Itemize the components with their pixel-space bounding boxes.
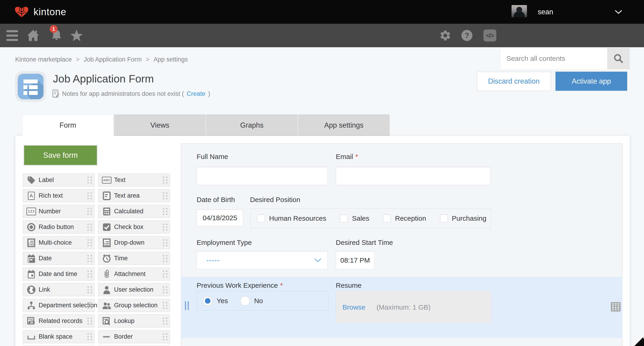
- org-chart-icon: [26, 301, 36, 310]
- search-input[interactable]: [501, 48, 607, 69]
- email-input[interactable]: [336, 167, 490, 185]
- notifications-bell-icon[interactable]: 1: [49, 24, 64, 47]
- text-icon: [102, 176, 112, 185]
- palette-item-check-box[interactable]: Check box: [98, 221, 170, 234]
- text-area-icon: [102, 191, 112, 200]
- drag-handle-icon: [88, 318, 92, 324]
- save-form-button[interactable]: Save form: [24, 145, 98, 166]
- note-suffix: ): [208, 90, 210, 97]
- drag-handle-icon: [88, 286, 92, 293]
- radio-button-icon: [26, 223, 36, 232]
- palette-item-group-selection[interactable]: Group selection: [98, 299, 170, 312]
- settings-gear-icon[interactable]: [437, 24, 454, 47]
- drag-handle-icon: [88, 224, 92, 231]
- drag-handle-icon: [88, 255, 92, 262]
- employment-type-dropdown[interactable]: -----: [197, 251, 328, 269]
- breadcrumb-app[interactable]: Job Application Form: [84, 56, 142, 63]
- checkbox-human-resources[interactable]: Human Resources: [257, 215, 326, 222]
- drop-down-icon: [102, 238, 112, 247]
- checkbox-icon[interactable]: [440, 215, 448, 222]
- start-time-input[interactable]: 08:17 PM: [336, 251, 374, 269]
- hamburger-menu-icon[interactable]: [6, 24, 18, 47]
- checkbox-icon[interactable]: [383, 215, 391, 222]
- toolbar: 1 ? </>: [0, 24, 644, 47]
- tab-app-settings[interactable]: App settings: [298, 114, 390, 136]
- settings-tabs: Form Views Graphs App settings: [22, 114, 390, 136]
- browse-link[interactable]: Browse: [342, 303, 366, 311]
- selected-form-row[interactable]: Previous Work Experience* Resume Yes No: [182, 277, 622, 338]
- radio-selected-icon[interactable]: [203, 296, 212, 306]
- palette-item-user-selection[interactable]: User selection: [98, 283, 170, 296]
- palette-item-related-records[interactable]: Related records: [23, 314, 94, 327]
- help-icon[interactable]: ?: [458, 24, 475, 47]
- palette-item-link[interactable]: Link: [23, 283, 94, 296]
- rich-text-icon: [26, 191, 36, 200]
- blank-space-icon: [26, 332, 36, 341]
- tab-graphs[interactable]: Graphs: [206, 114, 298, 136]
- palette-item-drop-down[interactable]: Drop-down: [98, 236, 170, 249]
- developer-code-icon[interactable]: </>: [481, 24, 499, 47]
- drag-handle-icon: [163, 286, 168, 293]
- palette-item-time[interactable]: Time: [98, 252, 170, 265]
- row-drag-handle[interactable]: [185, 301, 189, 310]
- full-name-input[interactable]: [197, 167, 328, 185]
- breadcrumb-marketplace[interactable]: Kintone marketplace: [15, 56, 72, 63]
- create-note-link[interactable]: Create: [187, 90, 206, 97]
- page-title: Job Application Form: [53, 72, 154, 85]
- drag-handle-icon: [163, 271, 168, 278]
- radio-yes[interactable]: Yes: [203, 296, 228, 306]
- palette-item-date-and-time[interactable]: Date and time: [23, 267, 94, 281]
- tab-views[interactable]: Views: [114, 114, 206, 136]
- palette-item-date[interactable]: Date: [23, 252, 94, 265]
- user-name[interactable]: sean: [538, 0, 553, 24]
- border-icon: [102, 332, 112, 341]
- checkbox-purchasing[interactable]: Purchasing: [440, 215, 486, 222]
- palette-item-attachment[interactable]: Attachment: [98, 267, 170, 281]
- palette-item-rich-text[interactable]: Rich text: [23, 189, 94, 202]
- palette-item-label[interactable]: Label: [23, 174, 94, 187]
- checkbox-reception[interactable]: Reception: [383, 215, 426, 222]
- kintone-logo[interactable]: kintone: [15, 0, 66, 24]
- palette-item-lookup[interactable]: Lookup: [98, 314, 170, 327]
- email-label: Email*: [336, 153, 358, 160]
- drag-handle-icon: [163, 302, 168, 309]
- search-button[interactable]: [607, 48, 630, 69]
- palette-item-calculated[interactable]: Calculated: [98, 205, 170, 218]
- date-of-birth-label: Date of Birth: [197, 196, 235, 204]
- note-text: Notes for app administrators does not ex…: [62, 90, 184, 97]
- resume-attachment-box: Browse (Maximum: 1 GB): [336, 291, 491, 323]
- drag-handle-icon: [88, 333, 92, 340]
- tab-form[interactable]: Form: [22, 114, 114, 136]
- user-menu-chevron-down-icon[interactable]: [614, 0, 622, 24]
- activate-app-button[interactable]: Activate app: [556, 72, 627, 91]
- palette-item-text-area[interactable]: Text area: [98, 189, 170, 202]
- checkbox-icon[interactable]: [257, 215, 265, 222]
- table-grid-icon[interactable]: [611, 302, 620, 311]
- desired-position-group: Human Resources Sales Reception Purchasi…: [250, 209, 491, 228]
- palette-item-blank-space[interactable]: Blank space: [23, 330, 94, 343]
- full-name-label: Full Name: [197, 153, 228, 160]
- drag-handle-icon: [88, 302, 92, 309]
- checkbox-sales[interactable]: Sales: [340, 215, 369, 222]
- favorites-star-icon[interactable]: [69, 24, 84, 47]
- tag-icon: [26, 176, 36, 185]
- palette-item-department-selection[interactable]: Department selection: [23, 299, 94, 312]
- palette-item-text[interactable]: Text: [98, 174, 170, 187]
- checkbox-icon[interactable]: [340, 215, 348, 222]
- palette-item-multi-choice[interactable]: Multi-choice: [23, 236, 94, 249]
- paperclip-icon: [102, 270, 112, 279]
- palette-item-border[interactable]: Border: [98, 330, 170, 343]
- palette-item-number[interactable]: Number: [23, 205, 94, 218]
- radio-no[interactable]: No: [240, 296, 263, 306]
- drag-handle-icon: [88, 239, 92, 246]
- drag-handle-icon: [88, 192, 92, 199]
- radio-unselected-icon[interactable]: [240, 296, 250, 306]
- calendar-icon: [26, 254, 36, 263]
- discard-creation-button[interactable]: Discard creation: [477, 72, 551, 91]
- palette-item-radio-button[interactable]: Radio button: [23, 221, 94, 234]
- globe-icon: [26, 285, 36, 294]
- drag-handle-icon: [163, 224, 168, 231]
- home-icon[interactable]: [26, 24, 40, 47]
- date-of-birth-input[interactable]: 04/18/2025: [197, 209, 243, 226]
- user-avatar[interactable]: [512, 5, 527, 17]
